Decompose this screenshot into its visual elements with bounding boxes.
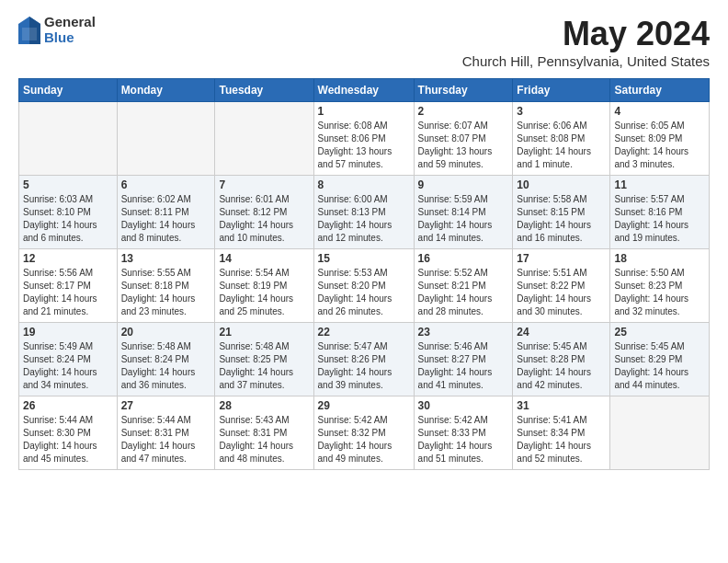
calendar-cell: 14Sunrise: 5:54 AMSunset: 8:19 PMDayligh…	[215, 249, 313, 323]
day-info: Sunrise: 5:45 AMSunset: 8:28 PMDaylight:…	[517, 340, 606, 392]
header: General Blue May 2024 Church Hill, Penns…	[18, 15, 710, 69]
day-number: 28	[219, 399, 309, 412]
day-number: 5	[23, 178, 113, 191]
calendar-cell: 20Sunrise: 5:48 AMSunset: 8:24 PMDayligh…	[117, 323, 215, 396]
day-info: Sunrise: 5:44 AMSunset: 8:30 PMDaylight:…	[23, 414, 113, 465]
day-info: Sunrise: 5:59 AMSunset: 8:14 PMDaylight:…	[418, 193, 509, 245]
calendar-cell: 28Sunrise: 5:43 AMSunset: 8:31 PMDayligh…	[215, 396, 313, 470]
header-sunday: Sunday	[19, 79, 118, 102]
calendar-cell: 23Sunrise: 5:46 AMSunset: 8:27 PMDayligh…	[414, 323, 513, 396]
logo-icon	[18, 17, 40, 44]
calendar-cell: 25Sunrise: 5:45 AMSunset: 8:29 PMDayligh…	[610, 323, 710, 396]
day-number: 29	[318, 399, 410, 412]
day-info: Sunrise: 5:41 AMSunset: 8:34 PMDaylight:…	[517, 414, 606, 465]
day-info: Sunrise: 5:57 AMSunset: 8:16 PMDaylight:…	[614, 193, 705, 245]
day-number: 14	[219, 252, 309, 265]
day-info: Sunrise: 5:56 AMSunset: 8:17 PMDaylight:…	[23, 267, 113, 318]
day-number: 15	[318, 252, 410, 265]
calendar-cell: 8Sunrise: 6:00 AMSunset: 8:13 PMDaylight…	[313, 176, 414, 249]
logo: General Blue	[18, 15, 96, 45]
calendar-week-3: 12Sunrise: 5:56 AMSunset: 8:17 PMDayligh…	[19, 249, 710, 323]
day-info: Sunrise: 5:49 AMSunset: 8:24 PMDaylight:…	[23, 340, 113, 392]
calendar-cell: 22Sunrise: 5:47 AMSunset: 8:26 PMDayligh…	[313, 323, 414, 396]
calendar-cell: 11Sunrise: 5:57 AMSunset: 8:16 PMDayligh…	[610, 176, 710, 249]
calendar-cell: 2Sunrise: 6:07 AMSunset: 8:07 PMDaylight…	[414, 102, 513, 176]
day-info: Sunrise: 5:45 AMSunset: 8:29 PMDaylight:…	[614, 340, 705, 392]
day-number: 18	[614, 252, 705, 265]
calendar-cell: 4Sunrise: 6:05 AMSunset: 8:09 PMDaylight…	[610, 102, 710, 176]
day-info: Sunrise: 5:55 AMSunset: 8:18 PMDaylight:…	[121, 267, 211, 318]
day-number: 24	[517, 326, 606, 339]
day-info: Sunrise: 5:43 AMSunset: 8:31 PMDaylight:…	[219, 414, 309, 465]
day-info: Sunrise: 5:42 AMSunset: 8:33 PMDaylight:…	[418, 414, 509, 465]
svg-marker-2	[22, 28, 37, 40]
day-number: 1	[318, 105, 410, 118]
calendar-table: Sunday Monday Tuesday Wednesday Thursday…	[18, 78, 710, 470]
calendar-body: 1Sunrise: 6:08 AMSunset: 8:06 PMDaylight…	[19, 102, 710, 470]
calendar-cell: 10Sunrise: 5:58 AMSunset: 8:15 PMDayligh…	[513, 176, 610, 249]
calendar-cell: 5Sunrise: 6:03 AMSunset: 8:10 PMDaylight…	[19, 176, 118, 249]
day-number: 31	[517, 399, 606, 412]
calendar-cell: 7Sunrise: 6:01 AMSunset: 8:12 PMDaylight…	[215, 176, 313, 249]
day-info: Sunrise: 6:01 AMSunset: 8:12 PMDaylight:…	[219, 193, 309, 245]
logo-text: General Blue	[44, 15, 96, 45]
day-number: 10	[517, 178, 606, 191]
calendar-cell: 31Sunrise: 5:41 AMSunset: 8:34 PMDayligh…	[513, 396, 610, 470]
day-number: 26	[23, 399, 113, 412]
calendar-cell: 27Sunrise: 5:44 AMSunset: 8:31 PMDayligh…	[117, 396, 215, 470]
day-number: 3	[517, 105, 606, 118]
calendar-cell: 12Sunrise: 5:56 AMSunset: 8:17 PMDayligh…	[19, 249, 118, 323]
calendar-header: Sunday Monday Tuesday Wednesday Thursday…	[19, 79, 710, 102]
calendar-week-4: 19Sunrise: 5:49 AMSunset: 8:24 PMDayligh…	[19, 323, 710, 396]
day-number: 30	[418, 399, 509, 412]
header-thursday: Thursday	[414, 79, 513, 102]
calendar-cell: 17Sunrise: 5:51 AMSunset: 8:22 PMDayligh…	[513, 249, 610, 323]
calendar-cell: 3Sunrise: 6:06 AMSunset: 8:08 PMDaylight…	[513, 102, 610, 176]
day-number: 21	[219, 326, 309, 339]
calendar-week-1: 1Sunrise: 6:08 AMSunset: 8:06 PMDaylight…	[19, 102, 710, 176]
day-info: Sunrise: 6:06 AMSunset: 8:08 PMDaylight:…	[517, 120, 606, 171]
day-number: 8	[318, 178, 410, 191]
header-tuesday: Tuesday	[215, 79, 313, 102]
day-info: Sunrise: 5:46 AMSunset: 8:27 PMDaylight:…	[418, 340, 509, 392]
calendar-cell	[610, 396, 710, 470]
day-number: 25	[614, 326, 705, 339]
day-number: 12	[23, 252, 113, 265]
calendar-cell	[19, 102, 118, 176]
month-title: May 2024	[462, 15, 710, 53]
calendar-cell: 1Sunrise: 6:08 AMSunset: 8:06 PMDaylight…	[313, 102, 414, 176]
calendar-cell: 24Sunrise: 5:45 AMSunset: 8:28 PMDayligh…	[513, 323, 610, 396]
day-number: 23	[418, 326, 509, 339]
page: General Blue May 2024 Church Hill, Penns…	[0, 0, 728, 563]
day-number: 11	[614, 178, 705, 191]
calendar-week-2: 5Sunrise: 6:03 AMSunset: 8:10 PMDaylight…	[19, 176, 710, 249]
day-number: 20	[121, 326, 211, 339]
day-info: Sunrise: 6:07 AMSunset: 8:07 PMDaylight:…	[418, 120, 509, 171]
logo-blue: Blue	[44, 30, 96, 46]
calendar-cell: 19Sunrise: 5:49 AMSunset: 8:24 PMDayligh…	[19, 323, 118, 396]
day-number: 27	[121, 399, 211, 412]
day-number: 4	[614, 105, 705, 118]
day-info: Sunrise: 6:00 AMSunset: 8:13 PMDaylight:…	[318, 193, 410, 245]
calendar-cell: 9Sunrise: 5:59 AMSunset: 8:14 PMDaylight…	[414, 176, 513, 249]
calendar-cell: 30Sunrise: 5:42 AMSunset: 8:33 PMDayligh…	[414, 396, 513, 470]
day-number: 19	[23, 326, 113, 339]
day-info: Sunrise: 5:53 AMSunset: 8:20 PMDaylight:…	[318, 267, 410, 318]
calendar-cell: 6Sunrise: 6:02 AMSunset: 8:11 PMDaylight…	[117, 176, 215, 249]
day-number: 13	[121, 252, 211, 265]
day-info: Sunrise: 5:48 AMSunset: 8:24 PMDaylight:…	[121, 340, 211, 392]
header-row: Sunday Monday Tuesday Wednesday Thursday…	[19, 79, 710, 102]
calendar-cell: 29Sunrise: 5:42 AMSunset: 8:32 PMDayligh…	[313, 396, 414, 470]
day-info: Sunrise: 6:03 AMSunset: 8:10 PMDaylight:…	[23, 193, 113, 245]
day-number: 2	[418, 105, 509, 118]
day-info: Sunrise: 5:54 AMSunset: 8:19 PMDaylight:…	[219, 267, 309, 318]
calendar-cell: 21Sunrise: 5:48 AMSunset: 8:25 PMDayligh…	[215, 323, 313, 396]
day-info: Sunrise: 5:58 AMSunset: 8:15 PMDaylight:…	[517, 193, 606, 245]
day-number: 9	[418, 178, 509, 191]
day-info: Sunrise: 5:48 AMSunset: 8:25 PMDaylight:…	[219, 340, 309, 392]
header-saturday: Saturday	[610, 79, 710, 102]
day-number: 17	[517, 252, 606, 265]
day-number: 16	[418, 252, 509, 265]
day-info: Sunrise: 6:02 AMSunset: 8:11 PMDaylight:…	[121, 193, 211, 245]
calendar-cell	[117, 102, 215, 176]
